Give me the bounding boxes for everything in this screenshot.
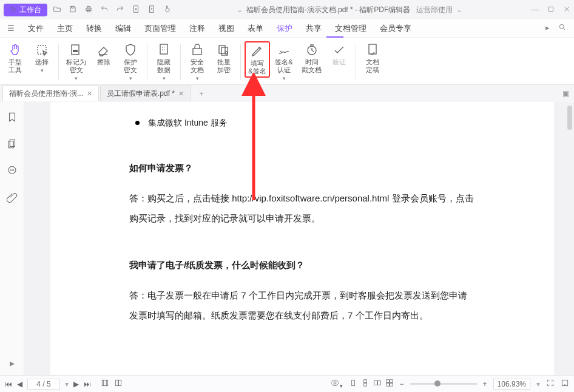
zoom-in-icon[interactable]: +	[483, 380, 487, 388]
export-icon[interactable]	[147, 5, 157, 15]
tool-fill-label: 填写 &签名	[248, 59, 266, 75]
tool-timestamp[interactable]: 时间 戳文档	[298, 41, 325, 75]
bullet-icon	[135, 121, 140, 125]
hamburger-icon[interactable]: ☰	[7, 24, 15, 33]
menu-edit[interactable]: 编辑	[115, 23, 131, 34]
menu-view[interactable]: 视图	[218, 23, 234, 34]
reflow-icon[interactable]	[101, 379, 109, 389]
tool-time-label: 时间 戳文档	[302, 58, 322, 74]
svg-rect-10	[160, 44, 167, 54]
svg-rect-30	[363, 384, 366, 387]
zoom-out-icon[interactable]: −	[400, 380, 404, 388]
chevron-down-icon[interactable]: ⌄	[456, 5, 462, 14]
tool-protect-redact[interactable]: 保护 密文 ▾	[118, 41, 143, 83]
search-icon[interactable]	[558, 23, 567, 33]
chevron-down-icon: ▾	[283, 75, 286, 81]
menu-form[interactable]: 表单	[248, 23, 263, 34]
menu-member[interactable]: 会员专享	[380, 23, 411, 34]
view-facing-continuous-icon[interactable]	[385, 379, 394, 389]
menu-convert[interactable]: 转换	[86, 23, 102, 34]
comment-icon[interactable]	[7, 165, 18, 178]
svg-rect-11	[193, 49, 201, 55]
tool-fill-sign[interactable]: 填写 &签名	[245, 41, 270, 78]
tool-erase[interactable]: 擦除	[91, 41, 116, 67]
svg-rect-26	[119, 380, 121, 385]
tool-doc-final[interactable]: 文档 定稿	[360, 41, 385, 75]
tool-batch-encrypt[interactable]: 批量 加密	[211, 41, 237, 75]
menu-comment[interactable]: 注释	[189, 23, 205, 34]
print-icon[interactable]	[84, 5, 93, 15]
menu-file[interactable]: 文件	[28, 23, 44, 34]
menu-doc-manage[interactable]: 文档管理	[335, 23, 366, 34]
svg-rect-32	[377, 381, 380, 385]
close-icon[interactable]: ✕	[87, 90, 92, 98]
svg-rect-1	[87, 6, 90, 8]
tool-sign-cert[interactable]: 签名& 认证 ▾	[271, 41, 297, 83]
new-icon[interactable]	[131, 5, 141, 15]
tool-hand[interactable]: 手型 工具	[2, 41, 28, 75]
zoom-dropdown-icon[interactable]: ▾	[536, 380, 540, 388]
view-continuous-icon[interactable]	[361, 379, 370, 389]
page-layout-icon[interactable]	[114, 379, 123, 389]
doc-tab2-label: 员工请假申请表.pdf *	[107, 89, 175, 99]
tool-mark-redact[interactable]: 标记为 密文 ▾	[62, 41, 90, 83]
close-icon[interactable]: ✕	[178, 90, 184, 98]
document-tab[interactable]: 员工请假申请表.pdf * ✕	[100, 86, 191, 101]
minimize-icon[interactable]: —	[532, 5, 539, 15]
prev-page-icon[interactable]: ◀	[17, 380, 22, 388]
next-page-icon[interactable]: ▶	[73, 380, 79, 388]
expand-sidebar-icon[interactable]: ▸	[10, 357, 15, 369]
workbench-label: 工作台	[19, 5, 41, 15]
overflow-icon[interactable]: ▸	[545, 23, 550, 33]
eye-icon[interactable]: ▾	[330, 378, 343, 390]
svg-point-27	[334, 382, 336, 384]
save-icon[interactable]	[68, 5, 78, 15]
last-page-icon[interactable]: ⏭	[84, 380, 91, 388]
view-single-icon[interactable]	[349, 379, 357, 389]
zoom-value[interactable]: 106.93%	[493, 379, 530, 390]
view-facing-icon[interactable]	[373, 379, 382, 389]
tool-verify[interactable]: 验证	[326, 41, 352, 67]
menu-share[interactable]: 共享	[306, 23, 322, 34]
undo-icon[interactable]	[100, 5, 109, 15]
tool-hide-data[interactable]: 隐藏 数据 ▾	[151, 41, 177, 83]
attachment-icon[interactable]	[7, 192, 18, 205]
tool-protect-label: 保护 密文	[124, 58, 137, 74]
open-icon[interactable]	[52, 5, 62, 15]
vertical-scrollbar[interactable]	[567, 102, 573, 375]
page-number-input[interactable]: 4 / 5	[27, 379, 60, 390]
add-tab-button[interactable]: ＋	[192, 86, 211, 101]
first-page-icon[interactable]: ⏮	[5, 380, 12, 388]
maximize-icon[interactable]	[547, 5, 555, 15]
redo-icon[interactable]	[115, 5, 125, 15]
document-tab-active[interactable]: 福昕会员使用指南-演... ✕	[2, 86, 99, 101]
chevron-down-icon: ▾	[75, 75, 78, 81]
menu-page-manage[interactable]: 页面管理	[144, 23, 176, 34]
zoom-slider[interactable]	[410, 383, 477, 385]
pages-icon[interactable]	[7, 138, 18, 152]
tool-hide-label: 隐藏 数据	[157, 58, 171, 74]
menu-protect[interactable]: 保护	[277, 23, 292, 34]
menu-home[interactable]: 主页	[57, 23, 73, 34]
close-icon[interactable]	[563, 5, 570, 15]
page-dropdown-icon[interactable]: ▾	[65, 380, 69, 388]
chevron-down-icon: ▾	[129, 75, 132, 81]
svg-rect-9	[73, 50, 78, 52]
svg-point-20	[10, 170, 11, 171]
svg-point-14	[225, 52, 228, 54]
tool-safe-doc[interactable]: 安全 文档 ▾	[184, 41, 210, 83]
svg-rect-35	[386, 384, 389, 387]
bookmark-icon[interactable]	[7, 112, 18, 125]
fit-width-icon[interactable]	[561, 379, 569, 389]
svg-rect-28	[351, 380, 354, 385]
svg-rect-16	[369, 44, 376, 54]
question-1: 如何申请发票？	[129, 159, 475, 177]
fullscreen-icon[interactable]	[546, 379, 555, 389]
touch-icon[interactable]	[163, 5, 172, 15]
chevron-down-icon[interactable]: ⌄	[237, 5, 243, 14]
quick-access-toolbar	[52, 5, 172, 15]
workbench-button[interactable]: 工作台	[4, 4, 47, 16]
department-label: 运营部使用	[416, 5, 453, 15]
tool-select[interactable]: 选择 ▾	[29, 41, 55, 75]
tab-overflow-icon[interactable]: ▣	[562, 89, 569, 98]
